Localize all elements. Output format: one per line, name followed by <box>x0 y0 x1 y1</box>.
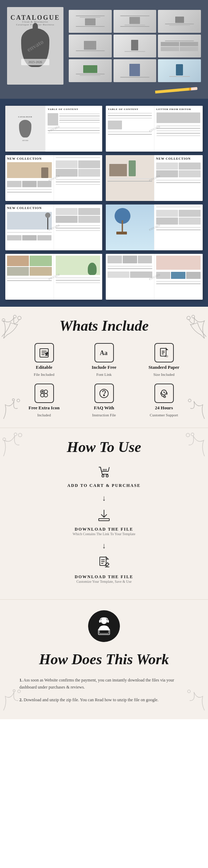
new-collection-label-3: NEW COLLECTION <box>7 206 52 210</box>
spread-new-collection-2: NEW COLLECTION envato <box>106 155 203 201</box>
feature-font-subtitle: Font Link <box>96 372 112 377</box>
svg-point-21 <box>41 393 44 397</box>
feature-faq-title: FAQ With <box>94 405 114 411</box>
spread-thumb-9 <box>158 59 201 82</box>
svg-point-51 <box>101 618 107 624</box>
howto-step-3-subtitle: Customize Your Template, Save & Use <box>77 580 132 583</box>
svg-point-5 <box>17 399 20 402</box>
feature-font-title: Include Free <box>92 365 116 370</box>
feature-editable-subtitle: File Included <box>34 372 54 377</box>
font-icon-box: Aa <box>94 343 114 362</box>
feature-editable: Editable File Included <box>16 343 72 377</box>
arrow-down-2: ↓ <box>7 541 201 550</box>
spread-thumb-2 <box>114 10 157 33</box>
paper-icon-box: A0 <box>154 343 174 362</box>
howto-step-2-subtitle: Which Contains The Link To Your Template <box>73 532 135 536</box>
svg-rect-55 <box>107 620 109 623</box>
cover-year: 2025-2026 <box>21 59 49 65</box>
spread-thumb-1 <box>69 10 112 33</box>
svg-point-49 <box>13 690 15 692</box>
svg-point-31 <box>18 433 22 437</box>
support-person-icon <box>88 610 120 642</box>
svg-point-32 <box>14 433 17 436</box>
svg-point-28 <box>164 396 166 397</box>
spread-plants: envato <box>5 254 102 300</box>
toc-label-2: TABLE OF CONTENT <box>108 108 152 111</box>
svg-point-22 <box>44 393 48 397</box>
howto-step-2-title: DOWNLOAD THE FILE <box>75 527 133 532</box>
floral-howto-tr <box>176 428 208 465</box>
how-to-use-section: How To Use ADD TO CART & PURCHASE ↓ <box>0 428 208 599</box>
svg-point-34 <box>186 433 190 437</box>
spread-thumb-5 <box>114 35 157 57</box>
floral-bottom-right <box>180 394 208 428</box>
svg-text:A0: A0 <box>165 355 168 358</box>
cart-icon <box>97 464 111 481</box>
hero-section: CATALOGUE Clean & Minimalist Catalogue F… <box>0 0 208 92</box>
edit-file-icon <box>97 556 111 572</box>
feature-faq: FAQ With Instruction File <box>76 384 132 417</box>
support-icon-box <box>154 384 174 403</box>
svg-point-26 <box>104 395 105 396</box>
howto-step-1: ADD TO CART & PURCHASE <box>7 464 201 488</box>
feature-paper: A0 Standerd Paper Size Included <box>136 343 192 377</box>
spread-mixed-products: envato <box>106 254 203 300</box>
floral-top-left <box>0 307 35 347</box>
svg-rect-54 <box>99 620 101 623</box>
spread-toc-editor: TABLE OF CONTENT LETTER FROM EDITOR enva… <box>106 106 203 152</box>
svg-point-48 <box>18 690 20 693</box>
spread-cover-toc: CATALOGUE 2025-2026 TABLE OF CONTENT <box>5 106 102 152</box>
spread-thumb-4 <box>69 35 112 57</box>
feature-font: Aa Include Free Font Link <box>76 343 132 377</box>
howto-step-3: DOWNLOAD THE FILE Customize Your Templat… <box>7 556 201 583</box>
howto-step-1-title: ADD TO CART & PURCHASE <box>67 483 141 488</box>
floral-howto-tl <box>0 428 32 465</box>
howwork-step-1-text: 1. Ass soon as Website confirms the paym… <box>19 677 189 691</box>
svg-point-50 <box>188 690 190 693</box>
howwork-step-2-text: 2. Download and unzip the zip file. You … <box>19 696 189 703</box>
floral-top-right <box>173 307 208 347</box>
whats-include-title: Whats Include <box>7 317 201 334</box>
floral-work-bl <box>0 686 28 719</box>
feature-editable-title: Editable <box>36 365 53 370</box>
pencil-decoration-bar <box>0 92 208 99</box>
svg-text:Aa: Aa <box>100 349 108 356</box>
cover-book: CATALOGUE Clean & Minimalist Catalogue F… <box>7 7 63 85</box>
feature-paper-subtitle: Size Included <box>153 372 175 377</box>
feature-icons-subtitle: Included <box>37 413 51 417</box>
howto-step-3-title: DOWNLOAD THE FILE <box>75 574 133 580</box>
features-grid: Editable File Included Aa Include Free F… <box>16 343 192 417</box>
spread-thumbnails-grid <box>69 10 201 82</box>
faq-icon-box <box>94 384 114 403</box>
icons-icon-box <box>35 384 54 403</box>
how-to-use-title: How To Use <box>7 439 201 456</box>
editable-icon-box <box>35 343 54 362</box>
how-does-work-title: How Does This Work <box>7 651 201 668</box>
spread-thumb-6 <box>158 35 201 57</box>
toc-label: TABLE OF CONTENT <box>48 108 100 111</box>
spread-thumb-3 <box>158 10 201 33</box>
feature-faq-subtitle: Instruction File <box>92 413 116 417</box>
svg-point-35 <box>191 433 194 436</box>
new-collection-label-1: NEW COLLECTION <box>7 157 52 160</box>
spread-thumb-8 <box>114 59 157 82</box>
floral-bottom-left <box>0 394 28 428</box>
new-collection-label-2: NEW COLLECTION <box>156 157 201 160</box>
spread-thumb-7 <box>69 59 112 82</box>
svg-point-4 <box>192 315 195 318</box>
feature-paper-title: Standerd Paper <box>148 365 179 370</box>
svg-point-36 <box>102 475 104 477</box>
svg-rect-41 <box>99 519 109 521</box>
svg-rect-53 <box>99 630 109 634</box>
spread-blue-lamp: envato <box>106 204 203 250</box>
svg-point-6 <box>12 399 14 401</box>
svg-point-20 <box>44 390 48 393</box>
spread-new-collection-1: NEW COLLECTION <box>5 155 102 201</box>
whats-include-section: Whats Include Editable File Included <box>0 307 208 428</box>
spread-lamp-1: NEW COLLECTION <box>5 204 102 250</box>
preview-section: CATALOGUE 2025-2026 TABLE OF CONTENT <box>0 99 208 307</box>
floral-work-br <box>180 686 208 719</box>
howwork-step-1-number: 1. <box>19 678 23 683</box>
feature-support-subtitle: Customer Support <box>150 413 178 417</box>
feature-icons-title: Free Extra Icon <box>29 405 60 411</box>
